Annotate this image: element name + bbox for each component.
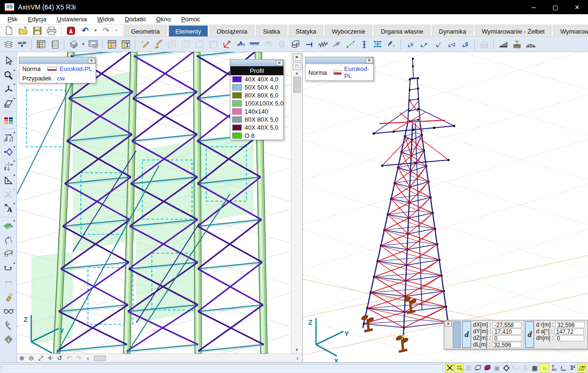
settings-wrench-icon[interactable] — [1, 318, 16, 332]
dof-free-icon[interactable]: ⌞↗ — [418, 38, 430, 51]
viewport-full-model[interactable]: ZXY ✕ Norma Eurokod-PL ✕ d dX — [303, 52, 588, 362]
coordinate-value[interactable]: 32,596 — [555, 322, 585, 328]
clipboard-icon[interactable]: ▣ — [492, 364, 501, 373]
building-icon[interactable] — [478, 38, 491, 51]
menu-item[interactable]: Pomoc — [176, 15, 205, 24]
maximize-button[interactable]: ▢ — [544, 0, 566, 14]
table-browser-icon[interactable] — [35, 38, 47, 51]
menu-item[interactable]: Dodatki — [120, 15, 150, 24]
coordinate-value[interactable]: 17,410 — [492, 329, 522, 335]
find-glasses-icon[interactable] — [1, 304, 16, 318]
surface-tools-icon[interactable] — [1, 219, 16, 232]
hscroll-thumb[interactable] — [94, 355, 106, 361]
spring-icon[interactable] — [316, 38, 329, 51]
gap-element-icon[interactable] — [344, 38, 357, 51]
panel-close-icon[interactable]: ✕ — [276, 60, 283, 66]
node-dof-table-icon[interactable] — [371, 38, 384, 51]
color-coding-icon[interactable] — [1, 114, 16, 127]
vscroll-thumb[interactable] — [293, 77, 301, 93]
display-mode-icon[interactable] — [67, 38, 80, 51]
legend-row[interactable]: 50X 50X 4,0 — [230, 83, 283, 91]
pan-icon[interactable]: ✛ — [45, 355, 55, 362]
tower-model-drawing[interactable]: ZXY — [303, 52, 588, 362]
viewport-detail[interactable]: ZXY ✕ Norma Eurokod-PL Przypadek : cw. ✕… — [17, 52, 303, 362]
redo-icon[interactable]: ↷ — [100, 26, 112, 36]
domain-hole-icon[interactable] — [179, 38, 192, 51]
legend-row[interactable]: 100X100X 5,0 — [230, 99, 283, 107]
material-table-icon[interactable] — [105, 38, 118, 51]
coordinate-value[interactable]: 0 — [555, 335, 584, 341]
domain-icon[interactable] — [166, 38, 178, 51]
perpendicular-ref-icon[interactable] — [549, 364, 558, 373]
scroll-right-icon[interactable]: › — [293, 355, 302, 362]
coordinate-panel-handle[interactable] — [453, 321, 461, 348]
trim-icon[interactable] — [1, 187, 16, 201]
draw-directly-icon[interactable] — [152, 38, 165, 51]
undo-dropdown-icon[interactable]: ▼ — [93, 28, 98, 33]
transform-icon[interactable] — [1, 131, 16, 144]
minimize-button[interactable]: ─ — [523, 0, 544, 14]
coordinate-value[interactable]: 32,596 — [492, 342, 521, 348]
window-maximize-icon[interactable]: □ — [293, 62, 301, 70]
coordinate-value[interactable]: 0 — [492, 335, 522, 341]
parts-icon[interactable] — [1, 247, 16, 261]
render-icon[interactable] — [1, 290, 16, 303]
display-mode-dropdown-icon[interactable]: ▼ — [81, 42, 86, 46]
redo-view-icon[interactable]: ↷ — [74, 355, 83, 362]
rigid-element-icon[interactable] — [303, 38, 316, 51]
tab[interactable]: Wyboczenie — [325, 26, 372, 36]
panel-close-icon[interactable]: ✕ — [88, 58, 95, 63]
snap-crosshair-icon[interactable] — [445, 364, 454, 373]
zoom-in-icon[interactable]: ⊕ — [17, 355, 26, 362]
link-element-icon[interactable] — [330, 38, 343, 51]
tab[interactable]: Elementy — [169, 26, 208, 36]
pdf-export-icon[interactable] — [65, 26, 77, 36]
section-segment-icon[interactable] — [1, 261, 16, 275]
redo-dropdown-icon[interactable]: ▼ — [114, 28, 119, 33]
wall-icon[interactable] — [275, 38, 288, 51]
rail-icon[interactable] — [510, 38, 523, 51]
surface-support-icon[interactable] — [262, 38, 274, 51]
workplane-status-icon[interactable] — [578, 364, 587, 373]
scroll-down-icon[interactable]: ▼ — [293, 347, 301, 354]
dof-x-icon[interactable]: ⌞x — [404, 38, 417, 51]
edge-hinge-icon[interactable] — [358, 38, 370, 51]
line-support-icon[interactable] — [248, 38, 261, 51]
panel-title-bar[interactable]: ✕ — [306, 57, 373, 64]
domain-mesh-icon[interactable] — [193, 38, 206, 51]
menu-item[interactable]: Widok — [93, 15, 119, 24]
local-systems-icon[interactable] — [220, 38, 233, 51]
legend-row[interactable]: 140x140 — [230, 107, 283, 115]
save-icon[interactable] — [31, 26, 44, 36]
grid-table-icon[interactable]: ▦ — [530, 364, 539, 373]
menu-item[interactable]: Plik — [3, 15, 22, 24]
stories-icon[interactable] — [2, 38, 15, 51]
menu-item[interactable]: Ustawienia — [52, 15, 92, 24]
tab[interactable]: Dynamika — [432, 26, 473, 36]
dof-symmetry-icon[interactable]: ⌞◁ — [445, 38, 458, 51]
draw-node-icon[interactable] — [138, 38, 151, 51]
menu-item[interactable]: Edycja — [23, 15, 51, 24]
geometry-check-icon[interactable] — [502, 364, 511, 373]
panel-close-icon[interactable]: ✕ — [366, 58, 373, 63]
mesh-tools-icon[interactable] — [1, 159, 16, 173]
tab[interactable]: Statyka — [289, 26, 323, 36]
rotate-view-icon[interactable]: ↺ — [55, 355, 64, 362]
print-icon[interactable] — [45, 26, 58, 36]
local-axes-small-icon[interactable] — [559, 364, 568, 373]
table-move-bold-icon[interactable] — [483, 364, 492, 373]
coordinate-value[interactable]: -27,558 — [492, 322, 522, 328]
tab[interactable]: Geometria — [124, 26, 167, 36]
table-disabled-icon[interactable] — [1, 275, 16, 289]
close-button[interactable]: ✕ — [566, 0, 588, 14]
open-file-icon[interactable] — [17, 26, 29, 36]
undo-icon[interactable]: ↶ — [79, 26, 91, 36]
coordinate-value[interactable]: 147,72 — [554, 329, 584, 335]
panel-title-bar[interactable]: ✕ — [230, 60, 283, 66]
vertical-ref-icon[interactable] — [521, 364, 530, 373]
domain-cover-icon[interactable] — [207, 38, 219, 51]
legend-row[interactable]: 80X 80X 6,0 — [230, 91, 283, 99]
zoom-icon[interactable] — [1, 68, 16, 82]
legend-row[interactable]: 40X 40X 4,0 — [230, 75, 283, 83]
tab[interactable]: Wymiarowanie - Stal — [553, 26, 588, 36]
